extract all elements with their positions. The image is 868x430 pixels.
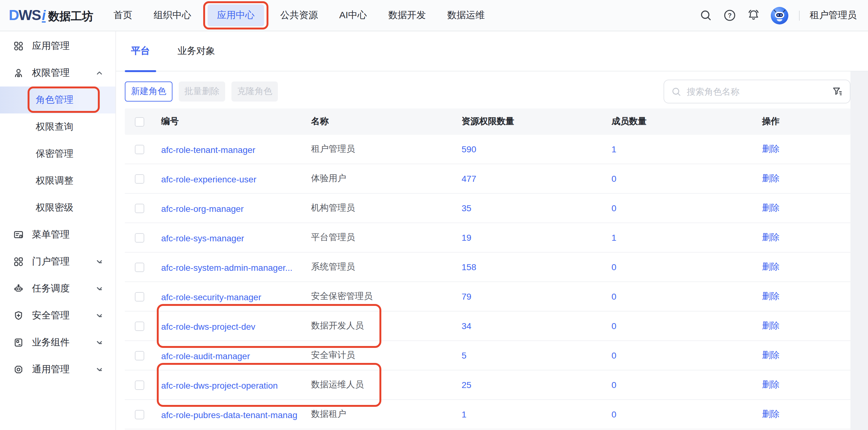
member-count-cell: 1 — [612, 233, 762, 242]
resource-count-link[interactable]: 590 — [462, 144, 476, 154]
member-count-link[interactable]: 0 — [612, 174, 617, 184]
help-icon[interactable]: ? — [722, 8, 736, 22]
row-select-checkbox[interactable] — [135, 144, 144, 154]
sidebar-item-perm-adjust[interactable]: 权限调整 — [0, 167, 115, 194]
sidebar-item-general-mgmt[interactable]: 通用管理 — [0, 356, 115, 383]
sidebar-item-task-schedule[interactable]: 任务调度 — [0, 275, 115, 302]
batch-delete-button[interactable]: 批量删除 — [179, 81, 225, 102]
row-checkbox-cell — [135, 233, 161, 242]
sidebar-item-label: 任务调度 — [32, 283, 70, 295]
member-count-link[interactable]: 0 — [612, 321, 617, 331]
member-count-link[interactable]: 0 — [612, 351, 617, 360]
user-role-label[interactable]: 租户管理员 — [810, 9, 857, 21]
row-select-checkbox[interactable] — [135, 233, 144, 242]
portal-grid-icon — [13, 256, 24, 267]
resource-count-link[interactable]: 34 — [462, 321, 471, 331]
delete-link[interactable]: 删除 — [762, 143, 780, 154]
member-count-link[interactable]: 1 — [612, 233, 617, 242]
role-id-cell: afc-role-tenant-manager — [161, 144, 311, 155]
role-name-cell: 数据运维人员 — [311, 379, 462, 391]
new-role-button[interactable]: 新建角色 — [125, 81, 173, 102]
resource-count-link[interactable]: 1 — [462, 409, 467, 419]
role-id-link[interactable]: afc-role-experience-user — [161, 174, 256, 184]
actions-cell: 删除 — [762, 261, 850, 273]
sidebar-item-security-mgmt[interactable]: 安全管理 — [0, 302, 115, 329]
topnav-item-data-ops[interactable]: 数据运维 — [442, 4, 490, 26]
sidebar-item-menu-mgmt[interactable]: 菜单管理 — [0, 221, 115, 248]
sidebar-item-biz-component[interactable]: 业务组件 — [0, 329, 115, 356]
row-select-checkbox[interactable] — [135, 380, 144, 390]
delete-link[interactable]: 删除 — [762, 379, 780, 389]
member-count-link[interactable]: 0 — [612, 203, 617, 213]
tab-bar: 平台 业务对象 — [116, 31, 868, 71]
sidebar-item-perm-mgmt[interactable]: 权限管理 — [0, 60, 115, 87]
resource-count-link[interactable]: 25 — [462, 380, 471, 390]
topnav-item-ai-center[interactable]: AI中心 — [334, 4, 372, 26]
delete-link[interactable]: 删除 — [762, 320, 780, 330]
resource-count-link[interactable]: 477 — [462, 174, 476, 184]
resource-count-link[interactable]: 19 — [462, 233, 471, 242]
member-count-link[interactable]: 0 — [612, 380, 617, 390]
chevron-up-icon — [96, 70, 103, 76]
actions-cell: 删除 — [762, 291, 850, 302]
role-id-link[interactable]: afc-role-dws-project-operation — [161, 380, 278, 390]
sidebar-item-perm-query[interactable]: 权限查询 — [0, 113, 115, 140]
row-select-checkbox[interactable] — [135, 262, 144, 272]
delete-link[interactable]: 删除 — [762, 202, 780, 212]
role-name-cell: 平台管理员 — [311, 232, 462, 243]
resource-count-link[interactable]: 158 — [462, 262, 476, 272]
resource-count-link[interactable]: 79 — [462, 292, 471, 301]
sidebar-item-perm-level[interactable]: 权限密级 — [0, 194, 115, 221]
delete-link[interactable]: 删除 — [762, 409, 780, 419]
delete-link[interactable]: 删除 — [762, 232, 780, 242]
member-count-link[interactable]: 0 — [612, 409, 617, 419]
assistant-avatar[interactable] — [770, 6, 789, 25]
sidebar-item-secrecy-mgmt[interactable]: 保密管理 — [0, 140, 115, 167]
role-id-link[interactable]: afc-role-tenant-manager — [161, 144, 255, 155]
role-search-input[interactable] — [687, 87, 827, 97]
row-select-checkbox[interactable] — [135, 410, 144, 419]
bell-icon[interactable] — [746, 8, 760, 22]
topnav-item-public-resource[interactable]: 公共资源 — [275, 4, 323, 26]
tab-business-object[interactable]: 业务对象 — [171, 31, 221, 71]
row-select-checkbox[interactable] — [135, 321, 144, 331]
sidebar-item-portal-mgmt[interactable]: 门户管理 — [0, 248, 115, 275]
row-select-checkbox[interactable] — [135, 203, 144, 213]
role-id-link[interactable]: afc-role-audit-manager — [161, 351, 250, 361]
member-count-link[interactable]: 0 — [612, 292, 617, 301]
role-id-link[interactable]: afc-role-pubres-data-tenant-manag — [161, 410, 297, 420]
row-select-checkbox[interactable] — [135, 351, 144, 360]
row-select-checkbox[interactable] — [135, 174, 144, 183]
role-id-link[interactable]: afc-role-org-manager — [161, 203, 244, 213]
topnav-item-app-center[interactable]: 应用中心 — [208, 4, 264, 26]
delete-link[interactable]: 删除 — [762, 291, 780, 301]
delete-link[interactable]: 删除 — [762, 350, 780, 360]
sidebar-item-role-mgmt[interactable]: 角色管理 — [0, 87, 115, 113]
tab-platform[interactable]: 平台 — [125, 31, 156, 71]
topnav-item-data-dev[interactable]: 数据开发 — [383, 4, 431, 26]
app-grid-icon — [13, 41, 24, 52]
row-select-checkbox[interactable] — [135, 292, 144, 301]
clone-role-button[interactable]: 克隆角色 — [231, 81, 278, 102]
filter-icon[interactable] — [832, 86, 843, 97]
actions-cell: 删除 — [762, 409, 850, 420]
sidebar-item-label: 菜单管理 — [32, 229, 70, 241]
member-count-link[interactable]: 1 — [612, 144, 617, 154]
topnav-item-home[interactable]: 首页 — [108, 4, 137, 26]
sidebar-item-label: 权限管理 — [32, 67, 70, 79]
delete-link[interactable]: 删除 — [762, 173, 780, 183]
role-id-link[interactable]: afc-role-security-manager — [161, 292, 261, 302]
sidebar-item-app-mgmt[interactable]: 应用管理 — [0, 33, 115, 60]
row-checkbox-cell — [135, 144, 161, 154]
role-id-link[interactable]: afc-role-sys-manager — [161, 233, 244, 243]
role-id-link[interactable]: afc-role-dws-project-dev — [161, 321, 255, 331]
resource-count-link[interactable]: 5 — [462, 351, 467, 360]
role-id-link[interactable]: afc-role-system-admin-manager... — [161, 262, 292, 272]
sidebar: 应用管理权限管理角色管理权限查询保密管理权限调整权限密级菜单管理门户管理任务调度… — [0, 31, 116, 430]
select-all-checkbox[interactable] — [135, 117, 144, 126]
search-icon[interactable] — [699, 8, 712, 22]
member-count-link[interactable]: 0 — [612, 262, 617, 272]
resource-count-link[interactable]: 35 — [462, 203, 471, 213]
delete-link[interactable]: 删除 — [762, 261, 780, 271]
topnav-item-org-center[interactable]: 组织中心 — [149, 4, 196, 26]
